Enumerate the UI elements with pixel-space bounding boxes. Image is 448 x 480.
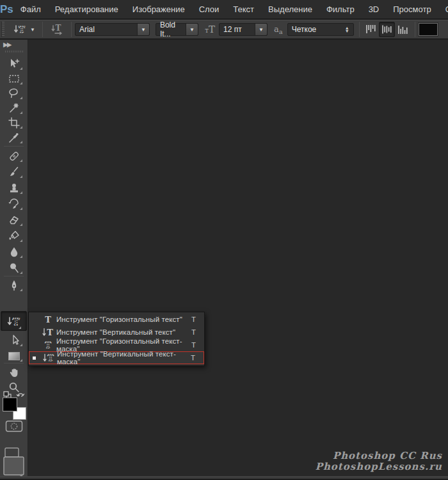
default-colors-icon: [4, 392, 11, 399]
screen-mode-button[interactable]: [0, 447, 28, 477]
flyout-item-horizontal-type[interactable]: TИнструмент "Горизонтальный текст"T: [29, 313, 204, 326]
collapse-panel-icon[interactable]: ▶▶: [3, 41, 10, 48]
quick-mask-button[interactable]: [0, 419, 28, 434]
eraser-tool[interactable]: [0, 213, 28, 227]
svg-text:T: T: [12, 316, 20, 328]
flyout-item-vertical-type-mask[interactable]: TИнструмент "Вертикальный текст-маска"T: [29, 351, 204, 364]
align-top-icon: [365, 24, 376, 35]
font-family-dropdown[interactable]: Arial ▼: [75, 23, 150, 36]
menu-item-2[interactable]: Редактирование: [48, 0, 125, 19]
font-size-dropdown[interactable]: 12 пт ▼: [219, 23, 268, 36]
svg-text:T: T: [55, 24, 61, 33]
toolbar-grip[interactable]: [5, 51, 23, 52]
type-tool-flyout-menu: TИнструмент "Горизонтальный текст"T TИнс…: [28, 312, 205, 366]
vertical-type-mask-tool[interactable]: T: [1, 311, 27, 331]
chevron-down-icon[interactable]: ▼: [186, 24, 198, 35]
dodge-tool[interactable]: [0, 261, 28, 275]
font-style-dropdown[interactable]: Bold It... ▼: [156, 23, 198, 36]
svg-text:T: T: [19, 25, 25, 35]
horizontal-type-icon: T: [40, 314, 56, 325]
chevron-down-icon[interactable]: ▼: [255, 24, 267, 35]
paint-bucket-tool[interactable]: [0, 229, 28, 243]
chevron-down-icon[interactable]: ▼: [137, 24, 149, 35]
font-size-icon: тТ: [205, 24, 215, 35]
vertical-type-mask-icon: T: [13, 23, 28, 36]
crop-tool[interactable]: [0, 116, 28, 130]
flyout-item-label: Инструмент "Горизонтальный текст": [56, 316, 191, 323]
shortcut-key: T: [191, 328, 204, 336]
anti-alias-value: Четкое: [288, 25, 341, 34]
stepper-arrows-icon[interactable]: ▲▼: [341, 24, 353, 35]
watermark: Photoshop CC Rus PhotoshopLessons.ru: [316, 451, 442, 472]
vertical-type-mask-icon: T: [40, 352, 57, 364]
chevron-down-icon: ▼: [30, 27, 35, 33]
svg-text:T: T: [45, 315, 51, 324]
eyedropper-tool[interactable]: [0, 131, 28, 145]
menu-item-10[interactable]: Окно: [438, 0, 448, 19]
pen-tool[interactable]: [0, 278, 28, 292]
rectangular-marquee-tool[interactable]: [0, 72, 28, 86]
color-swatches: [3, 398, 26, 420]
lasso-tool[interactable]: [0, 86, 28, 100]
blur-tool[interactable]: [0, 245, 28, 259]
foreground-color-swatch[interactable]: [3, 398, 17, 411]
path-selection-tool[interactable]: [0, 333, 28, 348]
align-bottom-icon: [397, 24, 408, 35]
font-size-value: 12 пт: [220, 25, 255, 34]
menu-item-9[interactable]: Просмотр: [386, 0, 438, 19]
svg-text:T: T: [45, 340, 51, 350]
shortcut-key: T: [191, 316, 204, 323]
menu-item-5[interactable]: Текст: [226, 0, 261, 19]
brush-tool[interactable]: [0, 165, 28, 179]
svg-text:T: T: [47, 328, 53, 337]
horizontal-type-mask-icon: T: [40, 339, 56, 351]
menu-items: ФайлРедактированиеИзображениеСлоиТекстВы…: [13, 0, 448, 19]
selected-bullet: [33, 356, 40, 360]
photoshop-logo: Ps: [0, 3, 13, 16]
window-bottom-edge: [0, 476, 448, 480]
align-center-icon: [381, 24, 392, 35]
watermark-line1: Photoshop CC Rus: [316, 451, 442, 461]
flyout-item-label: Инструмент "Вертикальный текст-маска": [57, 350, 191, 365]
menu-bar: Ps ФайлРедактированиеИзображениеСлоиТекс…: [0, 0, 448, 19]
text-orientation-icon: T: [50, 23, 64, 36]
toggle-text-orientation-button[interactable]: T: [46, 21, 68, 38]
move-tool[interactable]: [0, 57, 28, 71]
vertical-type-icon: T: [40, 326, 56, 338]
menu-item-8[interactable]: 3D: [362, 0, 387, 19]
tool-bar: ▶▶: [0, 40, 28, 476]
flyout-item-vertical-type[interactable]: TИнструмент "Вертикальный текст"T: [29, 326, 204, 339]
align-center-button[interactable]: [379, 22, 395, 37]
shortcut-key: T: [191, 341, 204, 349]
font-style-value: Bold It...: [156, 20, 186, 38]
anti-alias-dropdown[interactable]: Четкое ▲▼: [287, 23, 354, 36]
flyout-item-horizontal-type-mask[interactable]: TИнструмент "Горизонтальный текст-маска"…: [29, 339, 204, 351]
anti-alias-icon: aa: [274, 24, 283, 35]
menu-item-6[interactable]: Выделение: [261, 0, 319, 19]
svg-text:T: T: [47, 353, 54, 363]
swap-colors-icon: [17, 394, 24, 396]
menu-item-4[interactable]: Слои: [192, 0, 227, 19]
hand-tool[interactable]: [0, 365, 28, 380]
tool-preset-picker[interactable]: T ▼: [10, 21, 39, 38]
clone-stamp-tool[interactable]: [0, 181, 28, 195]
text-color-swatch[interactable]: [419, 23, 438, 36]
options-bar: T ▼ T Arial ▼ Bold It... ▼ тТ 12 пт ▼ aa…: [0, 20, 448, 40]
canvas-area[interactable]: [29, 40, 448, 476]
menu-item-1[interactable]: Файл: [13, 0, 48, 19]
history-brush-tool[interactable]: [0, 197, 28, 211]
align-bottom-button[interactable]: [395, 22, 411, 37]
watermark-line2: PhotoshopLessons.ru: [316, 461, 442, 472]
align-top-button[interactable]: [363, 22, 379, 37]
spot-healing-brush-tool[interactable]: [0, 149, 28, 163]
options-bar-grip[interactable]: [1, 22, 4, 37]
rectangle-shape-tool[interactable]: [0, 349, 28, 363]
font-family-value: Arial: [76, 25, 137, 34]
magic-wand-tool[interactable]: [0, 101, 28, 115]
menu-item-3[interactable]: Изображение: [125, 0, 192, 19]
shortcut-key: T: [191, 354, 204, 362]
menu-item-7[interactable]: Фильтр: [319, 0, 362, 19]
flyout-item-label: Инструмент "Вертикальный текст": [56, 328, 191, 336]
